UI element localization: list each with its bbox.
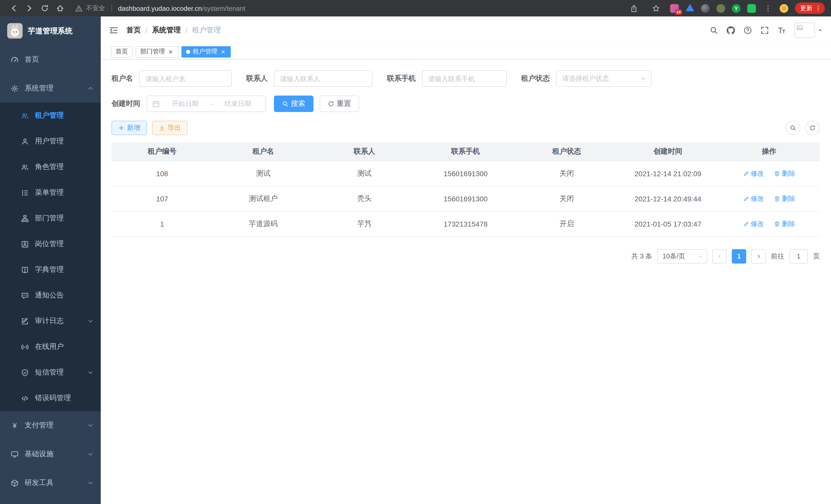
browser-forward-button[interactable] bbox=[22, 2, 37, 15]
next-page-button[interactable] bbox=[751, 249, 766, 263]
export-button[interactable]: 导出 bbox=[152, 121, 188, 135]
cell-status: 关闭 bbox=[516, 161, 618, 186]
app-title: 芋道管理系统 bbox=[28, 26, 73, 36]
refresh-icon bbox=[809, 125, 815, 131]
top-navbar: 首页 / 系统管理 / 租户管理 bbox=[101, 17, 831, 44]
sidebar-item-home[interactable]: 首页 bbox=[0, 45, 101, 74]
add-button[interactable]: 新增 bbox=[112, 121, 147, 135]
extension-icon-1[interactable]: 10 bbox=[670, 4, 679, 12]
breadcrumb: 首页 / 系统管理 / 租户管理 bbox=[126, 26, 221, 35]
cube-icon bbox=[11, 479, 19, 487]
collapse-sidebar-button[interactable] bbox=[109, 26, 118, 34]
tenant-table: 租户编号 租户名 联系人 联系手机 租户状态 创建时间 操作 108 测试 bbox=[112, 142, 820, 237]
sidebar-item-payment[interactable]: ¥ 支付管理 bbox=[0, 411, 101, 440]
status-select[interactable]: 请选择租户状态 bbox=[556, 70, 652, 87]
delete-button[interactable]: 删除 bbox=[774, 194, 795, 203]
close-icon[interactable] bbox=[220, 49, 226, 55]
sidebar-item-dept[interactable]: 部门管理 bbox=[0, 206, 101, 231]
col-created: 创建时间 bbox=[617, 142, 718, 161]
page-size-select[interactable]: 10条/页 bbox=[657, 249, 707, 263]
tab-dept[interactable]: 部门管理 bbox=[136, 46, 178, 57]
help-icon[interactable] bbox=[744, 26, 752, 34]
divider bbox=[111, 4, 112, 12]
cell-tenant-name: 芋道源码 bbox=[213, 211, 314, 236]
sidebar-item-sms[interactable]: 短信管理 bbox=[0, 360, 101, 385]
image-placeholder-icon bbox=[797, 25, 803, 31]
list-icon bbox=[21, 189, 29, 197]
sidebar-item-menu[interactable]: 菜单管理 bbox=[0, 180, 101, 206]
github-icon[interactable] bbox=[727, 26, 735, 34]
site-security-indicator[interactable]: 不安全 bbox=[75, 4, 105, 12]
calendar-icon bbox=[152, 100, 160, 108]
sidebar-item-system[interactable]: 系统管理 bbox=[0, 74, 101, 103]
header-search-icon[interactable] bbox=[710, 26, 718, 34]
sidebar-item-devtools[interactable]: 研发工具 bbox=[0, 469, 101, 497]
edit-button[interactable]: 修改 bbox=[743, 169, 764, 178]
browser-home-button[interactable] bbox=[52, 2, 68, 15]
browser-reload-button[interactable] bbox=[37, 2, 52, 15]
sidebar-item-audit-log[interactable]: 审计日志 bbox=[0, 308, 101, 334]
address-bar[interactable]: dashboard.yudao.iocoder.cn/system/tenant bbox=[118, 4, 246, 12]
sidebar-item-user[interactable]: 用户管理 bbox=[0, 128, 101, 154]
close-icon[interactable] bbox=[168, 49, 174, 55]
sidebar-item-tenant[interactable]: 租户管理 bbox=[0, 103, 101, 128]
trash-icon bbox=[774, 170, 780, 176]
browser-back-button[interactable] bbox=[6, 2, 22, 15]
trash-icon bbox=[774, 221, 780, 227]
cell-created: 2021-12-14 20:49:44 bbox=[617, 186, 718, 211]
user-icon bbox=[21, 138, 29, 145]
extension-icon-3[interactable] bbox=[701, 4, 710, 12]
chevron-down-icon bbox=[87, 369, 93, 376]
phone-input[interactable] bbox=[422, 70, 507, 87]
share-button[interactable] bbox=[626, 2, 641, 15]
bookmark-star-button[interactable] bbox=[648, 2, 663, 15]
sidebar-item-online-user[interactable]: 在线用户 bbox=[0, 334, 101, 360]
url-domain: dashboard.yudao.iocoder.cn bbox=[118, 4, 202, 12]
delete-button[interactable]: 删除 bbox=[774, 169, 795, 178]
extensions-puzzle-icon[interactable] bbox=[763, 2, 773, 15]
reset-button[interactable]: 重置 bbox=[320, 95, 359, 112]
sidebar-item-notice[interactable]: 通知公告 bbox=[0, 283, 101, 308]
pencil-icon bbox=[743, 170, 749, 176]
tab-home[interactable]: 首页 bbox=[111, 46, 133, 57]
toggle-search-button[interactable] bbox=[786, 121, 800, 135]
sidebar-item-infrastructure[interactable]: 基础设施 bbox=[0, 440, 101, 469]
extension-icon-5[interactable]: Y bbox=[732, 4, 741, 12]
sidebar-item-dict[interactable]: 字典管理 bbox=[0, 257, 101, 283]
col-status: 租户状态 bbox=[516, 142, 618, 161]
goto-page-input[interactable] bbox=[790, 249, 808, 263]
breadcrumb-home[interactable]: 首页 bbox=[126, 26, 141, 35]
sidebar: 芋道管理系统 首页 系统管理 租户管理 用户管理 bbox=[0, 17, 101, 504]
sidebar-item-error-code[interactable]: 错误码管理 bbox=[0, 385, 101, 411]
cell-contact: 测试 bbox=[314, 161, 415, 186]
page-number-1[interactable]: 1 bbox=[732, 249, 746, 263]
fullscreen-icon[interactable] bbox=[761, 26, 769, 34]
tenant-name-input[interactable] bbox=[139, 70, 232, 87]
edit-button[interactable]: 修改 bbox=[743, 219, 764, 228]
extension-icon-2[interactable] bbox=[686, 4, 694, 12]
prev-page-button[interactable] bbox=[712, 249, 727, 263]
contact-input[interactable] bbox=[274, 70, 373, 87]
user-avatar-menu[interactable] bbox=[795, 23, 823, 38]
profile-avatar[interactable]: ☺ bbox=[780, 4, 789, 12]
extension-icon-6[interactable] bbox=[747, 4, 756, 12]
create-time-range-picker[interactable]: 开始日期 - 结束日期 bbox=[146, 95, 266, 112]
table-header-row: 租户编号 租户名 联系人 联系手机 租户状态 创建时间 操作 bbox=[112, 142, 820, 161]
sidebar-item-post[interactable]: 岗位管理 bbox=[0, 231, 101, 257]
gear-icon bbox=[11, 85, 19, 92]
browser-update-button[interactable]: 更新 bbox=[795, 3, 825, 14]
breadcrumb-system[interactable]: 系统管理 bbox=[152, 26, 181, 35]
extension-icon-4[interactable] bbox=[716, 4, 725, 12]
delete-button[interactable]: 删除 bbox=[774, 219, 795, 228]
app-logo[interactable]: 芋道管理系统 bbox=[0, 17, 101, 45]
active-tab-dot bbox=[186, 50, 190, 54]
book-icon bbox=[21, 266, 29, 274]
edit-button[interactable]: 修改 bbox=[743, 194, 764, 203]
refresh-table-button[interactable] bbox=[805, 121, 820, 135]
sidebar-item-role[interactable]: 角色管理 bbox=[0, 154, 101, 180]
signal-icon bbox=[21, 343, 29, 351]
tab-tenant[interactable]: 租户管理 bbox=[181, 46, 231, 57]
font-size-icon[interactable] bbox=[778, 26, 786, 34]
contact-label: 联系人 bbox=[246, 74, 268, 83]
search-button[interactable]: 搜索 bbox=[274, 95, 314, 112]
